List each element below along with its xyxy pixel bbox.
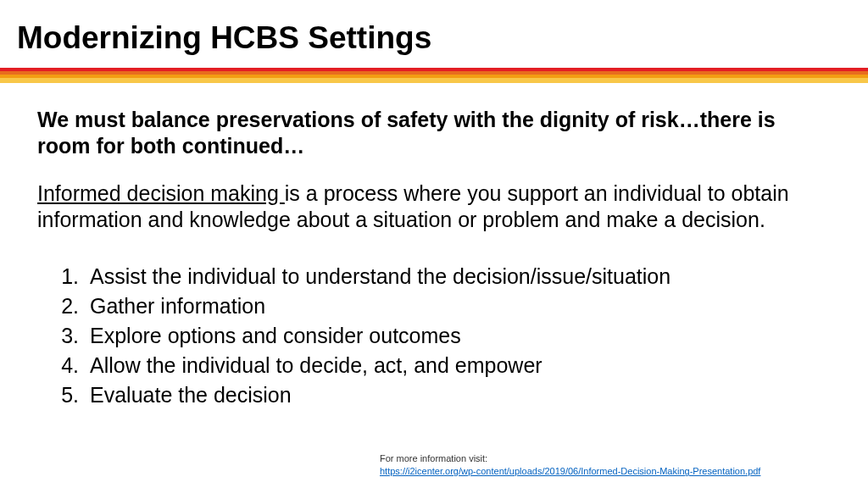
list-item: Evaluate the decision [85,380,831,410]
title-area: Modernizing HCBS Settings [0,0,868,68]
list-item: Assist the individual to understand the … [85,262,831,291]
footer-citation: For more information visit: https://i2ic… [380,452,861,478]
list-item: Gather information [85,291,831,321]
gradient-divider [0,68,868,83]
slide-content: We must balance preservations of safety … [0,83,868,410]
footer-link[interactable]: https://i2icenter.org/wp-content/uploads… [380,466,760,476]
lead-paragraph: We must balance preservations of safety … [37,107,831,160]
steps-list: Assist the individual to understand the … [37,262,831,410]
intro-underlined-term: Informed decision making [37,181,285,205]
footer-label: For more information visit: [380,453,487,463]
list-item: Explore options and consider outcomes [85,321,831,351]
list-item: Allow the individual to decide, act, and… [85,351,831,380]
page-title: Modernizing HCBS Settings [17,20,851,56]
intro-paragraph: Informed decision making is a process wh… [37,180,831,234]
